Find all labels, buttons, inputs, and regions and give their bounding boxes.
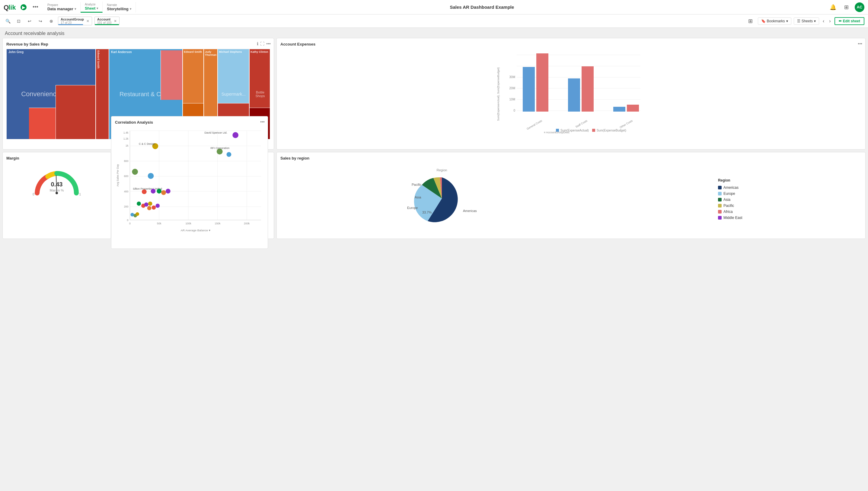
scatter-p1[interactable] (151, 189, 156, 194)
expenses-more-icon[interactable]: ••• (858, 41, 862, 46)
prepare-sub: Data manager ▾ (47, 7, 76, 11)
staff-actual-bar[interactable] (568, 79, 580, 112)
smart-search-icon[interactable]: 🔍 (4, 17, 12, 25)
prepare-label: Prepare (47, 3, 76, 7)
other-budget-bar[interactable] (627, 105, 639, 112)
user-avatar[interactable]: AC (855, 2, 864, 12)
svg-text:0: 0 (513, 109, 515, 112)
scatter-p8[interactable] (148, 201, 152, 206)
filter-right: ⊞ 🔖 Bookmarks ▾ ☰ Sheets ▾ ‹ › ✏ Edit sh… (746, 16, 864, 26)
bell-icon[interactable]: 🔔 (828, 2, 838, 12)
more-icon[interactable]: ••• (266, 41, 271, 46)
other-actual-bar[interactable] (613, 107, 625, 112)
bookmarks-button[interactable]: 🔖 Bookmarks ▾ (758, 18, 791, 25)
grid-icon[interactable]: ⊞ (841, 2, 851, 12)
margin-value: 0.43 (50, 181, 64, 188)
analyze-label: Analyze (85, 3, 98, 6)
correlation-title: Correlation Analysis (115, 120, 264, 124)
account-group-filter[interactable]: AccountGroup 17 of 23 ✕ (58, 17, 92, 25)
treemap-rep-edward: Edward Smith (96, 49, 101, 70)
svg-text:AR Average Balance ▾: AR Average Balance ▾ (180, 229, 211, 232)
scatter-p5[interactable] (137, 201, 141, 206)
clear-icon[interactable]: ⊗ (47, 17, 56, 25)
forward-icon[interactable]: ↪ (36, 17, 45, 25)
svg-text:200: 200 (124, 205, 129, 208)
prepare-nav[interactable]: Prepare Data manager ▾ (43, 2, 81, 12)
insights-icon[interactable]: ⊞ (746, 16, 755, 26)
sheets-button[interactable]: ☰ Sheets ▾ (794, 18, 819, 25)
svg-text:30M: 30M (509, 76, 515, 79)
svg-point-24 (56, 192, 58, 194)
svg-text:33.7%: 33.7% (422, 210, 431, 214)
account-group-close-icon[interactable]: ✕ (86, 19, 89, 23)
region-pie-chart[interactable]: Region 44.5% 33.7% Asia Eu (400, 165, 484, 232)
svg-text:Region: Region (437, 168, 447, 172)
prev-sheet-icon[interactable]: ‹ (821, 19, 825, 24)
correlation-card: Correlation Analysis ••• 0 200 400 600 8… (111, 116, 268, 241)
staff-budget-bar[interactable] (582, 66, 594, 112)
account-filter[interactable]: Account 101 of 103 ✕ (94, 17, 119, 25)
asia-label: Asia (723, 198, 730, 202)
svg-text:Europe: Europe (407, 206, 418, 210)
scatter-p4[interactable] (166, 189, 170, 194)
svg-text:Pacific: Pacific (412, 183, 422, 186)
americas-dot (718, 186, 722, 190)
svg-text:Sum(ExpenseBudget): Sum(ExpenseBudget) (597, 129, 626, 132)
logo[interactable]: Q lik ▶ (4, 3, 28, 11)
edit-sheet-button[interactable]: ✏ Edit sheet (835, 17, 864, 25)
account-close-icon[interactable]: ✕ (114, 19, 117, 23)
expand-icon[interactable]: ⛶ (260, 41, 264, 46)
region-title: Sales by region (280, 156, 862, 161)
selections-icon[interactable]: ⊡ (15, 17, 23, 25)
treemap-edward-smith[interactable]: Edward Smith (96, 49, 109, 139)
general-actual-bar[interactable] (523, 67, 535, 112)
legend-africa: Africa (718, 210, 743, 214)
legend-title: Region (718, 178, 743, 182)
correlation-more-icon[interactable]: ••• (260, 119, 265, 124)
svg-text:10M: 10M (509, 98, 515, 101)
treemap-rep-edward2: Edward Smith (183, 49, 203, 55)
americas-label: Americas (723, 185, 738, 190)
kebab-menu-icon[interactable]: ••• (33, 4, 38, 10)
scatter-blue1[interactable] (227, 152, 231, 157)
scatter-p10[interactable] (152, 205, 156, 210)
asia-dot (718, 198, 722, 201)
svg-text:150k: 150k (215, 222, 221, 225)
margin-max: 1 (79, 193, 81, 196)
svg-text:Q: Q (4, 4, 9, 11)
general-budget-bar[interactable] (536, 53, 549, 112)
scatter-p9[interactable] (147, 206, 151, 210)
svg-text:▶: ▶ (22, 5, 25, 10)
svg-text:44.5%: 44.5% (458, 194, 468, 198)
back-icon[interactable]: ↩ (25, 17, 34, 25)
svg-text:20M: 20M (509, 87, 515, 90)
analyze-nav[interactable]: Analyze Sheet ▾ (81, 1, 103, 13)
middle-east-dot (718, 216, 722, 220)
scatter-blue2[interactable] (148, 173, 154, 179)
treemap-label-3: Supermark... (222, 92, 246, 96)
revenue-title: Revenue by Sales Rep (6, 42, 270, 47)
treemap-convenience[interactable]: John Greg Convenience Stores (7, 49, 96, 139)
app-title: Sales AR Dashboard Example (136, 4, 828, 10)
svg-text:0: 0 (129, 222, 131, 225)
scatter-p11[interactable] (156, 204, 160, 208)
scatter-p7[interactable] (144, 202, 148, 207)
legend-europe: Europe (718, 192, 743, 196)
expenses-card: Account Expenses ••• Sum(ExpenseActual),… (276, 38, 866, 150)
svg-text:1k: 1k (125, 144, 129, 147)
svg-text:400: 400 (124, 190, 129, 193)
svg-rect-20 (592, 129, 595, 132)
margin-sublabel: Margin % (50, 189, 64, 192)
margin-title: Margin (6, 156, 107, 161)
svg-text:Avg Sales Per Day: Avg Sales Per Day (116, 164, 119, 187)
narrate-nav[interactable]: Narrate Storytelling ▾ (103, 2, 136, 12)
next-sheet-icon[interactable]: › (828, 19, 832, 24)
svg-text:Sum(ExpenseActual), Sum(Expens: Sum(ExpenseActual), Sum(ExpenseBudget) (497, 67, 500, 121)
scatter-low3[interactable] (136, 212, 139, 216)
treemap-label-4: Bottle Shops (255, 90, 265, 98)
scatter-david[interactable] (232, 132, 239, 138)
scatter-p2[interactable] (157, 189, 162, 194)
info-icon[interactable]: ℹ (257, 41, 258, 46)
scatter-green1[interactable] (132, 169, 138, 175)
scatter-p3[interactable] (161, 190, 166, 195)
